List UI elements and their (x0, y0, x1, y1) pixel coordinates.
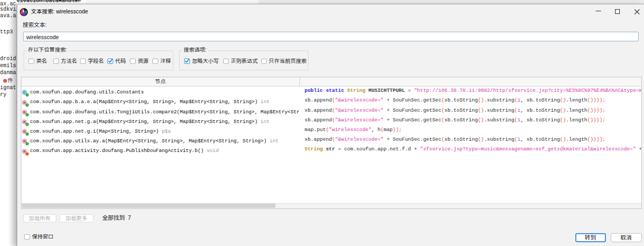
svg-text:m: m (23, 120, 26, 124)
svg-text:m: m (23, 129, 26, 134)
svg-text:m: m (23, 110, 26, 114)
svg-text:m: m (23, 149, 26, 154)
svg-text:m: m (23, 140, 26, 144)
svg-text:m: m (23, 100, 26, 105)
svg-text:c: c (23, 91, 26, 95)
